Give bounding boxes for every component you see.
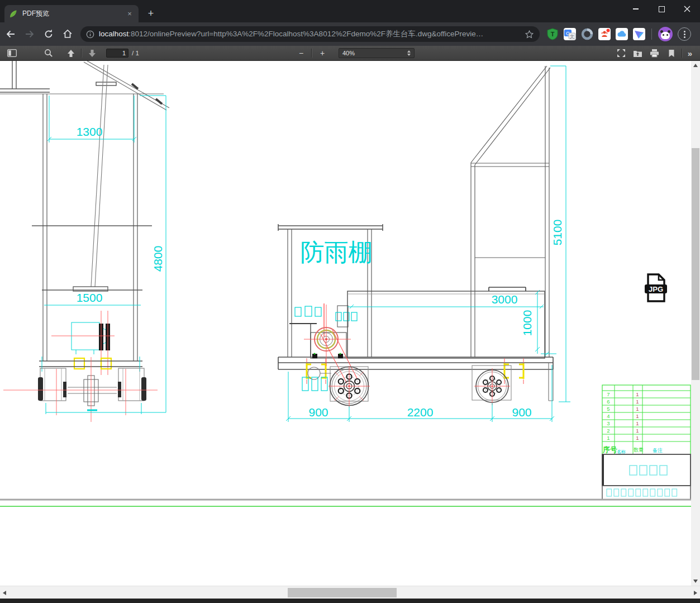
side-view-dimensions: 防雨棚 3000 1000 5100 900 2200 900	[286, 66, 570, 422]
scroll-down-icon[interactable]	[693, 580, 698, 583]
vertical-scrollbar-thumb[interactable]	[692, 148, 699, 380]
svg-text:文: 文	[570, 34, 574, 39]
horizontal-scrollbar[interactable]	[0, 586, 700, 599]
print-icon	[650, 49, 659, 58]
bookmark-icon	[668, 49, 675, 58]
page-up-icon	[67, 49, 75, 58]
open-file-icon	[633, 49, 642, 58]
browser-menu-button[interactable]	[678, 27, 691, 41]
title-block-header-index: 序号	[602, 445, 617, 454]
dim-tank-width: 3000	[492, 293, 518, 306]
page-number-input[interactable]	[106, 49, 128, 58]
more-tools-button[interactable]: »	[688, 49, 692, 58]
spring-leaf-favicon	[9, 10, 18, 18]
page-count-label: / 1	[132, 50, 139, 56]
svg-text:JPG: JPG	[649, 285, 663, 293]
close-button[interactable]	[674, 0, 700, 18]
title-block-rows: 71 61 51 41 31 21 11	[607, 391, 639, 441]
scroll-right-icon[interactable]	[694, 591, 697, 595]
home-icon	[62, 29, 73, 40]
previous-page-button[interactable]	[65, 47, 77, 59]
front-view	[0, 61, 169, 422]
bird-extension-icon[interactable]	[633, 28, 645, 40]
front-view-dimensions: 1300 4800 1500	[47, 96, 166, 412]
ring-extension-icon[interactable]	[581, 28, 593, 40]
svg-text:1: 1	[636, 406, 639, 412]
svg-text:1: 1	[607, 435, 609, 441]
translate-extension-icon[interactable]: G 文	[564, 28, 576, 40]
profile-avatar[interactable]	[658, 27, 673, 41]
side-view	[278, 66, 553, 407]
scroll-up-icon[interactable]	[693, 64, 698, 67]
jpg-file-icon: JPG	[642, 273, 669, 303]
search-icon	[44, 49, 53, 58]
print-button[interactable]	[649, 47, 661, 59]
find-button[interactable]	[42, 47, 55, 59]
new-tab-button[interactable]: +	[144, 7, 158, 21]
zoom-select-spinner-icon	[407, 50, 411, 56]
dim-front-lower-width: 1500	[77, 291, 103, 304]
window-controls	[623, 0, 700, 18]
export-jpg-button[interactable]: JPG	[642, 273, 669, 303]
sidebar-toggle-button[interactable]	[6, 47, 18, 59]
tampermonkey-extension-icon[interactable]: T	[546, 28, 559, 40]
url-text: localhost:8012/onlinePreview?url=http%3A…	[99, 29, 525, 39]
open-file-button[interactable]	[632, 47, 644, 59]
svg-text:1: 1	[636, 391, 639, 397]
back-button[interactable]	[2, 26, 19, 42]
svg-text:1: 1	[636, 413, 639, 419]
window-bottom-edge	[0, 599, 700, 603]
dim-side-height: 5100	[551, 220, 564, 246]
address-bar[interactable]: localhost:8012/onlinePreview?url=http%3A…	[80, 26, 540, 42]
maximize-button[interactable]	[649, 0, 674, 18]
title-block: 71 61 51 41 31 21 11 序号 名称 数量 备注	[602, 385, 691, 500]
dim-left-span: 900	[308, 406, 328, 419]
reload-icon	[43, 29, 54, 40]
dim-tank-height: 1000	[521, 310, 534, 336]
red-figure-extension-icon[interactable]	[598, 28, 611, 40]
svg-text:1: 1	[636, 435, 639, 441]
svg-text:2: 2	[607, 428, 609, 434]
cad-drawing: 1300 4800 1500	[0, 61, 691, 586]
drawing-title-placeholder-glyphs	[630, 466, 667, 475]
svg-text:5: 5	[607, 406, 609, 412]
zoom-out-button[interactable]: −	[295, 47, 307, 59]
cloud-extension-icon[interactable]	[616, 28, 628, 40]
page-info-icon[interactable]	[86, 30, 94, 39]
pdf-viewer-toolbar: / 1 − + 40%	[0, 46, 700, 61]
browser-tab[interactable]: PDF预览 ×	[4, 5, 139, 22]
forward-button[interactable]	[21, 26, 38, 42]
dim-right-span: 900	[512, 406, 531, 419]
dim-mid-span: 2200	[407, 406, 434, 419]
vertical-scrollbar[interactable]	[691, 61, 700, 586]
scroll-left-icon[interactable]	[3, 591, 6, 595]
forward-icon	[24, 29, 35, 40]
svg-text:7: 7	[607, 391, 609, 397]
dim-front-width: 1300	[77, 125, 103, 138]
current-view-bookmark-button[interactable]	[665, 47, 678, 59]
bookmark-star-icon[interactable]	[525, 30, 534, 39]
zoom-in-button[interactable]: +	[316, 47, 328, 59]
svg-text:1: 1	[636, 398, 639, 405]
title-block-header-qty: 数量	[634, 447, 644, 453]
next-page-button[interactable]	[86, 47, 98, 59]
svg-text:1: 1	[636, 420, 639, 426]
dim-front-height: 4800	[151, 246, 164, 272]
horizontal-scrollbar-thumb[interactable]	[288, 588, 397, 597]
svg-text:4: 4	[607, 413, 609, 419]
tab-title: PDF预览	[22, 9, 125, 18]
tab-close-icon[interactable]: ×	[125, 10, 134, 18]
subtitle-placeholder-glyphs	[607, 489, 677, 496]
shelter-label: 防雨棚	[301, 239, 373, 265]
home-button[interactable]	[59, 26, 76, 42]
zoom-select[interactable]: 40%	[339, 48, 415, 58]
reload-button[interactable]	[40, 26, 57, 42]
minimize-button[interactable]	[623, 0, 649, 18]
browser-window: { "tab": { "title": "PDF预览", "close_glyp…	[0, 0, 700, 603]
browser-toolbar: localhost:8012/onlinePreview?url=http%3A…	[0, 22, 700, 46]
presentation-mode-button[interactable]	[615, 47, 627, 59]
toolbar-separator	[651, 29, 652, 40]
sheet-border	[0, 500, 691, 506]
extensions-row: T G 文	[546, 27, 691, 41]
title-block-header-remark: 备注	[653, 448, 663, 453]
